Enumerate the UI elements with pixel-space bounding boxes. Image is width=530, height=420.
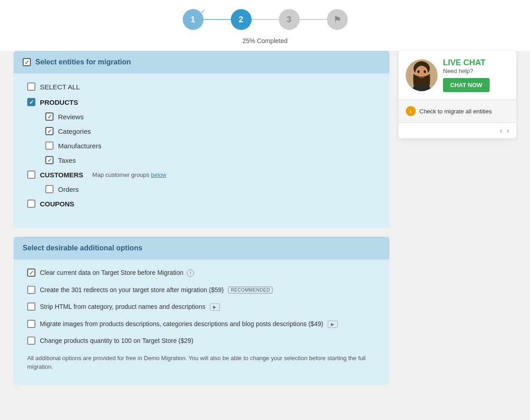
customers-row: CUSTOMERS Map customer groups below <box>27 171 376 179</box>
taxes-label[interactable]: Taxes <box>58 156 76 164</box>
migrate-images-checkbox[interactable] <box>27 320 35 328</box>
reviews-label[interactable]: Reviews <box>58 113 84 121</box>
strip-html-checkbox[interactable] <box>27 303 35 311</box>
customers-checkbox[interactable] <box>27 171 35 179</box>
categories-row: Categories <box>45 127 376 135</box>
redirects-row: Create the 301 redirects on your target … <box>27 286 376 295</box>
change-qty-label[interactable]: Change products quantity to 100 on Targe… <box>40 337 193 346</box>
step-line-1-2 <box>204 19 231 20</box>
progress-label: 25% Completed <box>0 34 530 51</box>
entities-header: Select entities for migration <box>14 51 389 73</box>
strip-html-row: Strip HTML from category, product names … <box>27 303 376 312</box>
orders-label[interactable]: Orders <box>58 186 79 193</box>
reviews-row: Reviews <box>45 112 376 121</box>
step-3-label: 3 <box>287 15 291 24</box>
demo-note: All additional options are provided for … <box>27 354 376 371</box>
change-qty-row: Change products quantity to 100 on Targe… <box>27 337 376 346</box>
select-all-label[interactable]: SELECT ALL <box>40 83 80 91</box>
select-all-checkbox[interactable] <box>27 83 35 91</box>
redirects-checkbox[interactable] <box>27 286 35 294</box>
orders-row: Orders <box>45 185 376 193</box>
chat-nav: ‹ › <box>399 122 516 138</box>
categories-checkbox[interactable] <box>45 127 53 135</box>
orders-checkbox[interactable] <box>45 185 53 193</box>
manufacturers-row: Manufacturers <box>45 142 376 150</box>
strip-html-video-icon[interactable]: ▶ <box>210 303 220 311</box>
products-label[interactable]: PRODUCTS <box>40 98 78 106</box>
tooltip-arrow-icon: › <box>406 106 416 116</box>
coupons-row: COUPONS <box>27 200 376 208</box>
avatar-svg <box>406 59 438 91</box>
migrate-images-row: Migrate images from products description… <box>27 320 376 329</box>
migrate-images-video-icon[interactable]: ▶ <box>328 321 338 328</box>
reviews-checkbox[interactable] <box>45 112 53 121</box>
clear-data-info-icon[interactable]: i <box>187 269 194 277</box>
step-flag: ⚑ <box>327 9 348 30</box>
options-content: Clear current data on Target Store befor… <box>14 259 389 385</box>
customers-children: Orders <box>45 185 376 193</box>
step-2: 2 <box>231 9 252 30</box>
step-line-2-3 <box>252 19 279 20</box>
map-customer-groups-link[interactable]: below <box>151 171 166 178</box>
step-line-3-4 <box>300 19 327 20</box>
taxes-checkbox[interactable] <box>45 156 53 164</box>
taxes-row: Taxes <box>45 156 376 164</box>
clear-data-label[interactable]: Clear current data on Target Store befor… <box>40 269 194 278</box>
categories-label[interactable]: Categories <box>58 127 91 135</box>
step-1-label: 1 <box>190 15 195 24</box>
right-panel: LIVE CHAT Need help? CHAT NOW › Check to… <box>399 51 516 394</box>
chat-now-button[interactable]: CHAT NOW <box>443 78 490 92</box>
entities-title: Select entities for migration <box>35 58 131 66</box>
svg-point-3 <box>418 70 420 73</box>
entities-section: Select entities for migration SELECT ALL… <box>14 51 389 228</box>
chat-nav-prev-button[interactable]: ‹ <box>500 127 502 135</box>
step-2-label: 2 <box>238 15 243 24</box>
chat-info: LIVE CHAT Need help? CHAT NOW <box>443 58 509 92</box>
chat-avatar <box>406 59 438 91</box>
map-customer-groups-text: Map customer groups below <box>92 171 166 178</box>
customers-label[interactable]: CUSTOMERS <box>40 171 83 179</box>
chat-tooltip: › Check to migrate all entities <box>399 99 516 122</box>
need-help-text: Need help? <box>443 68 509 74</box>
tooltip-text: Check to migrate all entities <box>419 108 492 115</box>
svg-point-5 <box>421 73 423 75</box>
select-all-row: SELECT ALL <box>27 83 376 91</box>
step-1: 1 ✓ <box>183 9 204 30</box>
svg-point-4 <box>424 70 426 73</box>
redirects-label[interactable]: Create the 301 redirects on your target … <box>40 286 272 295</box>
products-children: Reviews Categories Manufacturers Taxes <box>45 112 376 164</box>
coupons-label[interactable]: COUPONS <box>40 200 74 208</box>
chat-top: LIVE CHAT Need help? CHAT NOW <box>399 51 516 99</box>
coupons-checkbox[interactable] <box>27 200 35 208</box>
change-qty-checkbox[interactable] <box>27 337 35 345</box>
products-row: PRODUCTS <box>27 98 376 106</box>
products-checkbox[interactable] <box>27 98 35 106</box>
migrate-images-label[interactable]: Migrate images from products description… <box>40 320 338 329</box>
options-header: Select desirable additional options <box>14 237 389 259</box>
clear-data-row: Clear current data on Target Store befor… <box>27 269 376 278</box>
options-section: Select desirable additional options Clea… <box>14 237 389 385</box>
recommended-badge: RECOMMENDED <box>228 287 272 293</box>
manufacturers-checkbox[interactable] <box>45 142 53 150</box>
clear-data-checkbox[interactable] <box>27 269 35 277</box>
entities-header-checkbox[interactable] <box>23 58 31 66</box>
step-3: 3 <box>279 9 300 30</box>
left-panel: Select entities for migration SELECT ALL… <box>14 51 389 394</box>
chat-box: LIVE CHAT Need help? CHAT NOW › Check to… <box>399 51 516 138</box>
flag-icon: ⚑ <box>333 14 341 25</box>
options-title: Select desirable additional options <box>23 244 142 252</box>
strip-html-label[interactable]: Strip HTML from category, product names … <box>40 303 220 312</box>
live-chat-title: LIVE CHAT <box>443 58 509 68</box>
manufacturers-label[interactable]: Manufacturers <box>58 142 102 150</box>
chat-nav-next-button[interactable]: › <box>507 127 509 135</box>
entities-content: SELECT ALL PRODUCTS Reviews Categories <box>14 73 389 228</box>
